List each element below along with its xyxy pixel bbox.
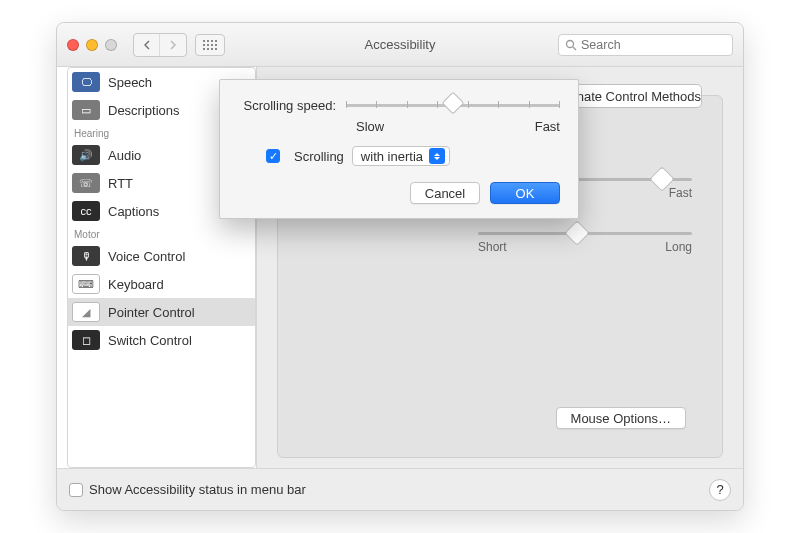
minimize-icon[interactable]	[86, 39, 98, 51]
svg-rect-8	[203, 48, 205, 50]
scrolling-speed-slider[interactable]	[346, 104, 560, 107]
svg-point-12	[567, 40, 574, 47]
close-icon[interactable]	[67, 39, 79, 51]
svg-rect-1	[207, 40, 209, 42]
search-input[interactable]	[581, 38, 738, 52]
scrolling-checkbox[interactable]	[266, 149, 280, 163]
scroll-speed-label: Scrolling speed:	[238, 98, 346, 113]
switch-control-icon: ◻	[72, 330, 100, 350]
sidebar-item-label: Descriptions	[108, 103, 180, 118]
show-all-button[interactable]	[195, 34, 225, 56]
search-icon	[565, 39, 577, 51]
zoom-icon[interactable]	[105, 39, 117, 51]
help-button[interactable]: ?	[709, 479, 731, 501]
select-value: with inertia	[361, 149, 423, 164]
button-label: Mouse Options…	[571, 411, 671, 426]
svg-line-13	[573, 47, 576, 50]
sidebar-item-voice-control[interactable]: 🎙 Voice Control	[68, 242, 255, 270]
chevron-updown-icon	[429, 148, 445, 164]
slider-label-slow: Slow	[356, 119, 384, 134]
speech-icon: 🖵	[72, 72, 100, 92]
status-menu-checkbox[interactable]	[69, 483, 83, 497]
descriptions-icon: ▭	[72, 100, 100, 120]
ok-button[interactable]: OK	[490, 182, 560, 204]
sidebar-item-label: Switch Control	[108, 333, 192, 348]
sidebar-item-label: Voice Control	[108, 249, 185, 264]
sidebar-item-pointer-control[interactable]: ◢ Pointer Control	[68, 298, 255, 326]
sidebar-item-label: Speech	[108, 75, 152, 90]
window-controls	[67, 39, 117, 51]
svg-rect-4	[203, 44, 205, 46]
pointer-control-icon: ◢	[72, 302, 100, 322]
svg-rect-3	[215, 40, 217, 42]
svg-rect-10	[211, 48, 213, 50]
titlebar: Accessibility	[57, 23, 743, 67]
svg-rect-7	[215, 44, 217, 46]
cancel-button[interactable]: Cancel	[410, 182, 480, 204]
svg-rect-11	[215, 48, 217, 50]
sidebar-item-label: Keyboard	[108, 277, 164, 292]
sidebar-item-label: Captions	[108, 204, 159, 219]
sidebar-item-switch-control[interactable]: ◻ Switch Control	[68, 326, 255, 354]
rtt-icon: ☏	[72, 173, 100, 193]
scrolling-checkbox-label: Scrolling	[294, 149, 344, 164]
sidebar-item-label: Audio	[108, 148, 141, 163]
voice-control-icon: 🎙	[72, 246, 100, 266]
navigation-segmented	[133, 33, 187, 57]
svg-rect-5	[207, 44, 209, 46]
svg-rect-6	[211, 44, 213, 46]
slider-label-fast: Fast	[535, 119, 560, 134]
scrolling-mode-select[interactable]: with inertia	[352, 146, 450, 166]
captions-icon: cc	[72, 201, 100, 221]
keyboard-icon: ⌨	[72, 274, 100, 294]
sidebar-header-motor: Motor	[68, 225, 255, 242]
slider-label-long: Long	[665, 240, 692, 254]
mouse-options-sheet: Scrolling speed: Slow Fast Scrolling wit…	[219, 79, 579, 219]
slider-label-fast: Fast	[669, 186, 692, 200]
slider-label-short: Short	[478, 240, 507, 254]
svg-rect-0	[203, 40, 205, 42]
audio-icon: 🔊	[72, 145, 100, 165]
button-label: Cancel	[425, 186, 465, 201]
status-menu-label: Show Accessibility status in menu bar	[89, 482, 306, 497]
mouse-options-button[interactable]: Mouse Options…	[556, 407, 686, 429]
preferences-window: Accessibility 🖵 Speech ▭ Descriptions He…	[56, 22, 744, 511]
svg-rect-9	[207, 48, 209, 50]
sidebar-item-label: Pointer Control	[108, 305, 195, 320]
back-button[interactable]	[134, 34, 160, 56]
search-field[interactable]	[558, 34, 733, 56]
sidebar-item-keyboard[interactable]: ⌨ Keyboard	[68, 270, 255, 298]
footer: Show Accessibility status in menu bar ?	[57, 468, 743, 510]
spring-delay-slider[interactable]: Short Long	[478, 222, 692, 244]
button-label: OK	[516, 186, 535, 201]
help-icon: ?	[716, 482, 723, 497]
svg-rect-2	[211, 40, 213, 42]
sidebar-item-label: RTT	[108, 176, 133, 191]
forward-button[interactable]	[160, 34, 186, 56]
